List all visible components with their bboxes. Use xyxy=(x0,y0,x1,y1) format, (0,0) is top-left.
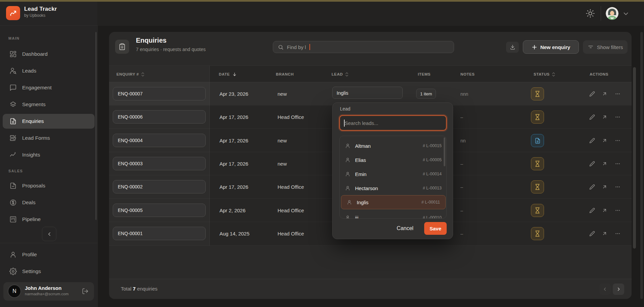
edit-icon[interactable] xyxy=(589,208,595,213)
open-icon[interactable] xyxy=(602,138,607,143)
lead-option[interactable]: Elias # L-00005 xyxy=(340,153,447,167)
topbar xyxy=(97,2,644,26)
list-scrollbar[interactable] xyxy=(444,137,445,166)
lead-option-selected[interactable]: Inglis # L-00011 xyxy=(341,195,446,209)
lead-field[interactable]: Inglis xyxy=(332,87,403,99)
sidebar-item-enquiries[interactable]: Enquiries xyxy=(3,114,95,129)
column-header-status[interactable]: STATUS xyxy=(534,66,555,83)
more-actions-icon[interactable] xyxy=(615,208,621,213)
search-icon xyxy=(278,44,284,50)
edit-icon[interactable] xyxy=(589,138,595,143)
column-header-notes: NOTES xyxy=(460,66,475,83)
sidebar-item-settings[interactable]: Settings xyxy=(3,264,95,279)
edit-icon[interactable] xyxy=(589,161,595,167)
show-filters-button[interactable]: Show filters xyxy=(583,40,628,54)
more-actions-icon[interactable] xyxy=(615,138,621,143)
enquiry-number-field[interactable]: ENQ-00007 xyxy=(113,87,206,100)
more-actions-icon[interactable] xyxy=(615,161,621,167)
open-icon[interactable] xyxy=(602,161,607,167)
column-header-enquiry[interactable]: ENQUIRY # xyxy=(116,66,144,83)
sidebar-section-sales: SALES xyxy=(8,169,23,173)
sidebar-collapse-button[interactable] xyxy=(42,227,56,241)
search-value: Find by l xyxy=(287,44,306,50)
next-page-button[interactable] xyxy=(613,283,624,295)
table-row[interactable]: ENQ-00007 Apr 23, 2026 new Inglis 1 item… xyxy=(109,82,632,105)
previous-page-button[interactable] xyxy=(599,283,611,295)
text-caret xyxy=(309,44,310,50)
status-badge-pending[interactable] xyxy=(531,227,544,240)
new-enquiry-button[interactable]: New enquiry xyxy=(523,40,579,54)
open-icon[interactable] xyxy=(602,208,607,213)
sidebar-header[interactable]: Lead Trackr by Upbooks xyxy=(0,2,97,26)
date-cell: Apr 17, 2026 xyxy=(219,152,248,175)
open-icon[interactable] xyxy=(602,184,607,190)
enquiry-number-field[interactable]: ENQ-00004 xyxy=(113,134,206,147)
lead-option[interactable]: Hectarson # L-00013 xyxy=(340,181,447,195)
sidebar-item-proposals[interactable]: Proposals xyxy=(3,178,95,193)
lead-search-input[interactable] xyxy=(340,116,446,130)
enquiry-number-field[interactable]: ENQ-00002 xyxy=(113,180,206,193)
save-button[interactable]: Save xyxy=(424,222,447,235)
table-scrollbar[interactable] xyxy=(633,67,636,249)
page-scrollbar[interactable] xyxy=(640,32,643,299)
lead-option[interactable]: Emin # L-00014 xyxy=(340,167,447,181)
hourglass-icon xyxy=(534,230,541,237)
sidebar-item-pipeline[interactable]: Pipeline xyxy=(3,212,95,227)
open-icon[interactable] xyxy=(602,91,607,97)
sidebar-item-lead-forms[interactable]: Lead Forms xyxy=(3,131,95,145)
sidebar-item-segments[interactable]: Segments xyxy=(3,97,95,112)
edit-icon[interactable] xyxy=(589,184,595,190)
date-cell: Apr 2, 2026 xyxy=(219,199,246,222)
edit-icon[interactable] xyxy=(589,114,595,120)
search-input[interactable]: Find by l xyxy=(273,41,454,53)
sidebar-item-deals[interactable]: Deals xyxy=(3,195,95,210)
enquiry-number-field[interactable]: ENQ-00001 xyxy=(113,227,206,240)
user-card[interactable]: N John Anderson narmadha+@scrrum.com xyxy=(3,282,94,301)
logout-icon[interactable] xyxy=(82,288,89,295)
sort-icon xyxy=(552,72,555,77)
column-header-actions: ACTIONS xyxy=(590,66,608,83)
lead-option[interactable]: Altman # L-00015 xyxy=(340,139,447,153)
notes-cell: – xyxy=(460,152,463,175)
sidebar-item-engagement[interactable]: Engagement xyxy=(3,80,95,95)
edit-icon[interactable] xyxy=(589,231,595,236)
status-badge-pending[interactable] xyxy=(531,87,544,100)
enquiry-number-field[interactable]: ENQ-00006 xyxy=(113,110,206,124)
column-header-date[interactable]: DATE xyxy=(219,66,237,83)
open-icon[interactable] xyxy=(602,231,607,236)
more-actions-icon[interactable] xyxy=(615,91,621,97)
status-badge-document[interactable] xyxy=(531,134,544,147)
lead-option[interactable]: iii # L-00010 xyxy=(340,211,447,219)
column-header-branch[interactable]: BRANCH xyxy=(276,66,294,83)
more-actions-icon[interactable] xyxy=(615,114,621,120)
sidebar-item-insights[interactable]: Insights xyxy=(3,147,95,162)
person-icon xyxy=(345,171,350,177)
insights-icon xyxy=(9,151,17,159)
column-header-lead[interactable]: LEAD xyxy=(332,66,348,83)
sidebar-item-leads[interactable]: Leads xyxy=(3,63,95,78)
open-icon[interactable] xyxy=(602,114,607,120)
chevron-down-icon[interactable] xyxy=(622,10,630,17)
enquiry-number-field[interactable]: ENQ-00003 xyxy=(113,157,206,170)
edit-icon[interactable] xyxy=(589,91,595,97)
items-chip[interactable]: 1 item xyxy=(416,89,436,99)
table-header: ENQUIRY # DATE BRANCH LEAD ITEMS NOTES S… xyxy=(109,65,632,82)
sidebar-divider xyxy=(0,243,97,243)
sidebar-item-dashboard[interactable]: Dashboard xyxy=(3,47,95,61)
account-avatar[interactable] xyxy=(606,7,618,20)
lead-search-field[interactable] xyxy=(339,115,447,131)
status-badge-pending[interactable] xyxy=(531,111,544,124)
theme-toggle-button[interactable] xyxy=(586,9,595,18)
hourglass-icon xyxy=(534,91,541,97)
cancel-button[interactable]: Cancel xyxy=(391,222,419,235)
more-actions-icon[interactable] xyxy=(615,184,621,190)
more-actions-icon[interactable] xyxy=(615,231,621,236)
branch-cell: new xyxy=(278,82,287,105)
status-badge-pending[interactable] xyxy=(531,157,544,170)
sidebar-item-profile[interactable]: Profile xyxy=(3,247,95,262)
status-badge-pending[interactable] xyxy=(531,180,544,193)
sidebar-scrollbar[interactable] xyxy=(95,32,97,220)
enquiry-number-field[interactable]: ENQ-00005 xyxy=(113,204,206,217)
status-badge-pending[interactable] xyxy=(531,204,544,217)
export-button[interactable] xyxy=(506,42,519,53)
